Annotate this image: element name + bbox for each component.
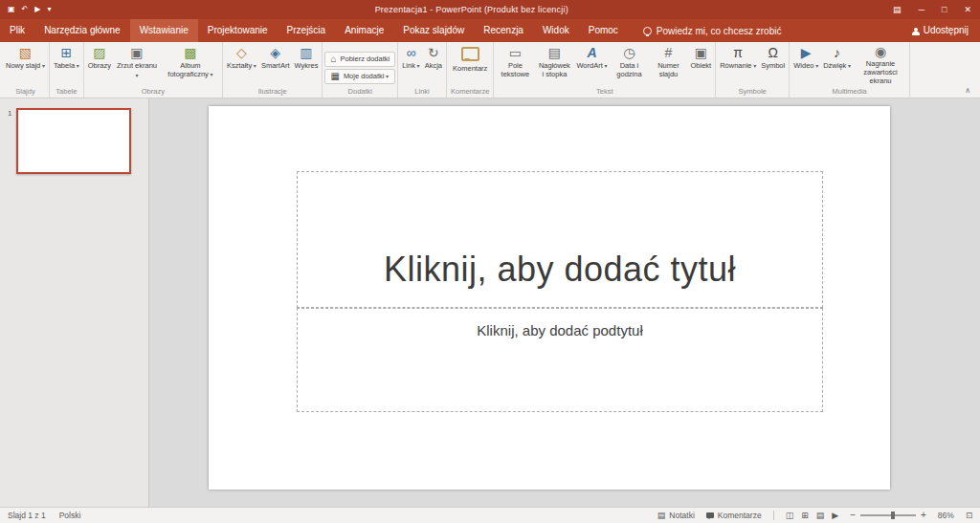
table-button[interactable]: ⊞ Tabela [52,44,81,72]
screen-recording-icon: ◉ [875,45,886,59]
fit-to-window-button[interactable]: ⊡ [966,511,972,520]
slide[interactable]: Kliknij, aby dodać tytuł Kliknij, aby do… [209,106,890,490]
tab-review[interactable]: Recenzja [474,19,533,42]
group-label-media: Multimedia [791,87,907,98]
title-placeholder[interactable]: Kliknij, aby dodać tytuł [297,171,823,308]
my-add-ins-icon: ▦ [330,71,339,82]
reading-view-button[interactable]: ▤ [816,511,825,520]
get-add-ins-button[interactable]: ⌂ Pobierz dodatki [324,52,395,67]
thumbnail-row: 1 [0,108,148,174]
header-footer-button[interactable]: ▤ Nagłówek i stopka [535,44,573,79]
screenshot-button[interactable]: ▣ Zrzut ekranu [114,44,160,81]
group-label-images: Obrazy [86,87,220,98]
ribbon-group-symbols: π Równanie Ω Symbol Symbole [716,42,790,98]
equation-button[interactable]: π Równanie [718,44,758,72]
chart-icon: ▥ [300,45,312,61]
notes-icon: ▤ [657,511,666,520]
notes-button[interactable]: ▤ Notatki [657,511,695,520]
slide-number-button[interactable]: # Numer slajdu [649,44,687,79]
tab-insert[interactable]: Wstawianie [130,19,198,42]
object-button[interactable]: ▣ Obiekt [688,44,713,71]
smartart-button[interactable]: ◈ SmartArt [259,44,292,71]
subtitle-placeholder-text: Kliknij, aby dodać podtytuł [477,322,642,338]
window-controls: ▤ ─ □ ✕ [884,0,980,19]
share-button[interactable]: Udostępnij [906,19,974,42]
group-label-comments: Komentarze [449,87,491,98]
slide-thumbnail[interactable] [16,108,131,174]
share-label: Udostępnij [924,19,969,42]
tab-view[interactable]: Widok [533,19,579,42]
tell-me-label: Powiedz mi, co chcesz zrobić [657,26,782,36]
ribbon-group-illustrations: ◇ Kształty ◈ SmartArt ▥ Wykres Ilustracj… [223,42,323,98]
customize-qat-icon[interactable]: ▾ [47,0,51,19]
zoom-level[interactable]: 86% [938,511,954,520]
undo-icon[interactable]: ↶ [22,0,29,19]
equation-icon: π [733,45,743,61]
zoom-in-button[interactable]: + [921,511,926,520]
save-icon[interactable]: ▣ [8,0,15,19]
powerpoint-window: ▣ ↶ ▶ ▾ Prezentacja1 - PowerPoint (Produ… [0,0,980,523]
normal-view-button[interactable]: ◫ [786,511,794,520]
group-label-illustrations: Ilustracje [225,87,320,98]
group-label-addins: Dodatki [324,87,395,98]
slide-sorter-button[interactable]: ⊞ [801,511,809,520]
pictures-icon: ▨ [93,45,105,61]
collapse-ribbon-icon[interactable]: ∧ [961,85,974,96]
lightbulb-icon [643,27,652,35]
shapes-button[interactable]: ◇ Kształty [225,44,258,72]
wordart-button[interactable]: A WordArt [574,44,609,72]
date-time-button[interactable]: ◷ Data i godzina [610,44,648,79]
comments-icon [706,512,714,518]
zoom-slider-thumb[interactable] [891,512,895,519]
audio-icon: ♪ [834,45,840,61]
tab-home[interactable]: Narzędzia główne [34,19,130,42]
clock-icon: ◷ [623,45,635,61]
link-button[interactable]: ∞ Link [400,44,421,72]
symbol-button[interactable]: Ω Symbol [759,44,787,71]
comments-button[interactable]: Komentarze [706,511,762,520]
header-footer-icon: ▤ [548,45,561,61]
action-button[interactable]: ↻ Akcja [423,44,444,71]
language-button[interactable]: Polski [59,511,81,520]
maximize-button[interactable]: □ [933,0,955,19]
text-box-icon: ▭ [509,45,522,61]
tab-transitions[interactable]: Przejścia [278,19,336,42]
workspace: 1 Kliknij, aby dodać tytuł Kliknij, aby … [0,98,980,507]
tab-file[interactable]: Plik [0,19,34,42]
new-slide-button[interactable]: ▧ Nowy slajd [4,44,47,72]
tab-design[interactable]: Projektowanie [198,19,278,42]
ribbon-display-options-icon[interactable]: ▤ [884,0,910,19]
my-add-ins-button[interactable]: ▦ Moje dodatki [324,69,395,84]
audio-button[interactable]: ♪ Dźwięk [821,44,853,72]
photo-album-icon: ▩ [184,45,196,61]
ribbon-group-text: ▭ Pole tekstowe ▤ Nagłówek i stopka A Wo… [494,42,716,98]
pictures-button[interactable]: ▨ Obrazy [86,44,113,71]
tab-slideshow[interactable]: Pokaz slajdów [393,19,474,42]
new-slide-icon: ▧ [19,45,32,61]
screen-recording-button[interactable]: ◉ Nagranie zawartości ekranu [854,44,907,86]
chart-button[interactable]: ▥ Wykres [292,44,320,71]
ribbon-group-comments: Komentarz Komentarze [447,42,494,98]
tab-animations[interactable]: Animacje [335,19,393,42]
close-button[interactable]: ✕ [955,0,980,19]
group-label-links: Linki [400,87,444,98]
zoom-out-button[interactable]: − [850,511,856,520]
tab-help[interactable]: Pomoc [579,19,628,42]
ribbon-group-media: ▶ Wideo ♪ Dźwięk ◉ Nagranie zawartości e… [790,42,910,98]
start-slideshow-icon[interactable]: ▶ [34,0,40,19]
subtitle-placeholder[interactable]: Kliknij, aby dodać podtytuł [297,308,823,412]
video-button[interactable]: ▶ Wideo [791,44,820,72]
store-icon: ⌂ [330,54,336,65]
slide-number-icon: # [665,45,673,61]
photo-album-button[interactable]: ▩ Album fotograficzny [161,44,220,80]
group-label-symbols: Symbole [718,87,787,98]
tell-me-box[interactable]: Powiedz mi, co chcesz zrobić [643,19,782,42]
ribbon-group-addins: ⌂ Pobierz dodatki ▦ Moje dodatki Dodatki [323,42,398,98]
slide-thumbnail-panel: 1 [0,98,149,507]
zoom-slider[interactable] [860,514,916,516]
comment-button[interactable]: Komentarz [451,44,489,74]
text-box-button[interactable]: ▭ Pole tekstowe [496,44,534,79]
slideshow-button[interactable]: ▶ [832,511,838,520]
minimize-button[interactable]: ─ [910,0,933,19]
table-icon: ⊞ [60,45,72,61]
